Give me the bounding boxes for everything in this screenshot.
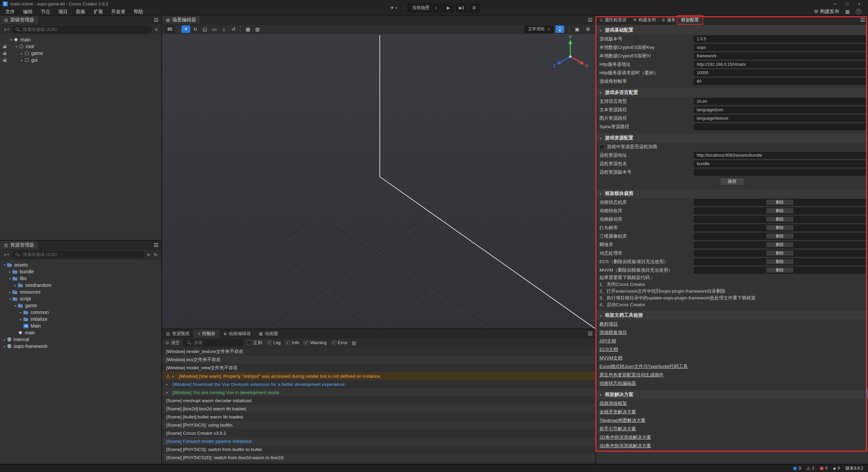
- tab-scene-editor[interactable]: ▦ 场景编辑器: [162, 16, 200, 24]
- error-filter[interactable]: ✓Error: [331, 340, 348, 345]
- scrollbar-thumb[interactable]: [866, 389, 868, 397]
- step-button[interactable]: ▶: [456, 4, 466, 12]
- menu-item[interactable]: 面板: [72, 7, 90, 16]
- expand-icon[interactable]: ▸: [7, 290, 13, 294]
- doc-link[interactable]: API文档: [599, 338, 616, 344]
- help-icon[interactable]: ?: [856, 9, 861, 14]
- panel-menu-button[interactable]: [585, 329, 595, 338]
- error-count[interactable]: 0: [820, 466, 828, 471]
- log-row[interactable]: ▸[Window] You are running Vue in develop…: [162, 388, 595, 396]
- doc-link[interactable]: 动画状态机编辑器: [599, 380, 636, 387]
- delete-button[interactable]: 删除: [766, 267, 794, 273]
- pivot-toggle-tool[interactable]: ▧: [253, 25, 262, 33]
- console-search[interactable]: [183, 339, 243, 346]
- text-field[interactable]: 10000: [694, 70, 866, 76]
- section-modules-header[interactable]: ∨ 框架模块裁剪: [596, 189, 868, 198]
- tab-assets[interactable]: ▤ 资源管理器: [0, 241, 38, 249]
- doc-link[interactable]: MVVM文档: [599, 355, 623, 361]
- play-button[interactable]: ▶: [443, 4, 453, 12]
- minimize-button[interactable]: ─: [829, 0, 841, 7]
- text-field[interactable]: [694, 169, 866, 176]
- log-row[interactable]: [Scene] [PHYSICS]: using builtin.: [162, 421, 595, 429]
- expand-icon[interactable]: ▸: [19, 58, 24, 62]
- tab-asset-preview[interactable]: ▤资源预览: [162, 329, 194, 338]
- doc-link[interactable]: 战旗游戏框架: [599, 400, 627, 407]
- scene-view-config-button[interactable]: ▣: [573, 25, 581, 33]
- hierarchy-search-input[interactable]: [22, 26, 149, 32]
- section-docs-header[interactable]: ∨ 框架文档工具链接: [596, 311, 868, 320]
- menu-item[interactable]: 帮助: [130, 7, 147, 16]
- tree-row[interactable]: ▸game: [2, 50, 161, 57]
- section-res-header[interactable]: ∨ 游戏资源配置: [596, 134, 868, 142]
- text-field[interactable]: oops: [694, 44, 866, 51]
- expand-icon[interactable]: ▸: [13, 283, 18, 287]
- tree-row[interactable]: ▸gui: [2, 57, 161, 63]
- checkbox-icon[interactable]: [247, 340, 252, 345]
- log-filter[interactable]: ✓Log: [267, 340, 281, 345]
- tab-inspector[interactable]: ⊙属性检查器: [596, 16, 630, 24]
- layout-button[interactable]: ⊞: [469, 4, 479, 12]
- doc-link[interactable]: 教程项目: [599, 321, 618, 327]
- doc-link[interactable]: 3D角色扮演游戏解决方案: [599, 443, 651, 449]
- assets-search-input[interactable]: [22, 252, 141, 257]
- log-row[interactable]: [Window] model_view文件夹不存在: [162, 364, 595, 372]
- tab-animation-editor[interactable]: ◈动画编辑器: [219, 329, 255, 338]
- move-tool[interactable]: ⌖: [181, 25, 190, 33]
- expand-icon[interactable]: ▸: [166, 382, 170, 386]
- doc-link[interactable]: Tiledmap地图解决方案: [599, 417, 646, 424]
- text-field[interactable]: framework: [694, 53, 866, 59]
- tree-row[interactable]: ▾root: [2, 43, 161, 50]
- log-row[interactable]: [Window] render_texture文件夹不存在: [162, 348, 595, 356]
- create-asset-button[interactable]: +▾: [3, 252, 9, 257]
- text-field[interactable]: 60: [694, 78, 866, 85]
- panel-menu-button[interactable]: [151, 16, 161, 24]
- log-row[interactable]: ⚠▸[Window] [Vue warn]: Property "onInput…: [162, 372, 595, 380]
- log-row[interactable]: [Scene] meshopt wasm decoder initialized: [162, 396, 595, 405]
- save-button[interactable]: 保存: [720, 178, 744, 185]
- expand-icon[interactable]: ▸: [2, 338, 7, 341]
- tree-row[interactable]: Main: [2, 322, 161, 329]
- tab-animation-graph[interactable]: ▦动画图: [255, 329, 282, 338]
- reset-gizmo-tool[interactable]: ↺: [229, 25, 238, 33]
- delete-button[interactable]: 删除: [766, 225, 794, 231]
- delete-button[interactable]: 删除: [766, 250, 794, 256]
- doc-link[interactable]: ECS文档: [599, 347, 618, 353]
- scene-viewport[interactable]: Y X Z: [162, 34, 595, 329]
- tree-row[interactable]: ▸oops-framework: [2, 343, 161, 350]
- checkbox-icon[interactable]: ✓: [267, 340, 272, 345]
- expand-icon[interactable]: ▸: [19, 52, 24, 55]
- orientation-gizmo[interactable]: Y X Z: [550, 36, 591, 76]
- expand-icon[interactable]: ▸: [7, 270, 13, 274]
- tree-row[interactable]: ▸common: [2, 309, 161, 316]
- create-node-button[interactable]: +▾: [3, 27, 9, 32]
- projection-toggle-button[interactable]: 3D: [165, 25, 174, 33]
- menu-item[interactable]: 文件: [1, 7, 19, 16]
- delete-button[interactable]: 删除: [766, 242, 794, 248]
- log-row[interactable]: [Window] ecs文件夹不存在: [162, 356, 595, 364]
- doc-link[interactable]: Excel格式转Json文件与TypeScript代码工具: [599, 363, 688, 370]
- console-search-input[interactable]: [193, 340, 240, 346]
- log-row[interactable]: [Scene] [box2d]:box2d wasm lib loaded.: [162, 405, 595, 413]
- delete-button[interactable]: 删除: [766, 199, 794, 205]
- text-field[interactable]: language/texture: [694, 115, 866, 122]
- hierarchy-search[interactable]: [12, 26, 152, 33]
- collapse-icon[interactable]: ▾: [2, 263, 7, 267]
- scene-select-dropdown[interactable]: 当前场景 ▾: [408, 4, 440, 12]
- info-filter[interactable]: ✓Info: [285, 340, 299, 345]
- doc-link[interactable]: 原生包热更新配置自动生成插件: [599, 372, 664, 378]
- tree-row[interactable]: ▾libs: [2, 275, 161, 282]
- rect-tool[interactable]: ▭: [210, 25, 219, 33]
- tree-row[interactable]: ▾assets: [2, 261, 161, 268]
- log-row[interactable]: [Scene] [PHYSICS]: switch from builtin t…: [162, 445, 595, 453]
- tab-console[interactable]: ≡控制台: [194, 329, 219, 338]
- panel-menu-button[interactable]: [857, 16, 868, 24]
- tree-row[interactable]: ▸resources: [2, 289, 161, 295]
- text-field[interactable]: language/json: [694, 106, 866, 113]
- filter-icon[interactable]: ≡: [146, 252, 151, 257]
- menu-item[interactable]: 项目: [54, 7, 72, 16]
- delete-button[interactable]: 删除: [766, 216, 794, 222]
- refresh-icon[interactable]: ↻: [153, 252, 158, 257]
- tree-row[interactable]: main: [2, 329, 161, 336]
- notice-count[interactable]: ◆ 0: [833, 466, 840, 471]
- preview-target-button[interactable]: ✈▾: [389, 5, 399, 11]
